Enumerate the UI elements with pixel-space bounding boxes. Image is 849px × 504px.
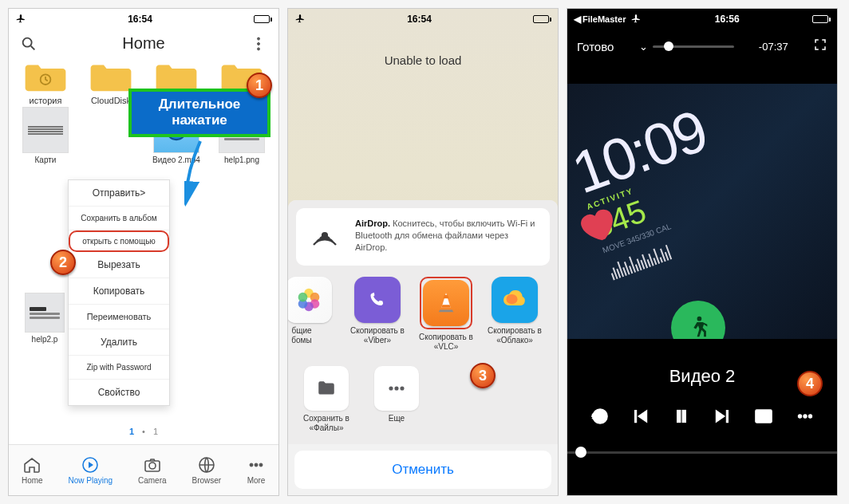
folder-icon	[304, 366, 349, 411]
status-bar: 16:54	[288, 9, 558, 30]
tab-now-playing[interactable]: Now Playing	[69, 455, 113, 485]
menu-delete[interactable]: Удалить	[69, 329, 169, 356]
chevron-down-icon: ⌄	[639, 41, 648, 53]
app-row: бщие бомы Скопировать в «Viber» Скопиров…	[287, 277, 550, 352]
more-actions[interactable]: Еще	[368, 366, 425, 433]
status-time: 16:54	[128, 14, 152, 25]
svg-point-13	[259, 463, 263, 467]
svg-point-20	[298, 293, 308, 302]
svg-point-14	[322, 233, 327, 238]
scrub-chip[interactable]: ⌄	[639, 41, 734, 53]
folder-history[interactable]: история	[14, 59, 77, 105]
status-time: 16:54	[407, 14, 432, 25]
status-bar: 16:54	[9, 9, 278, 30]
svg-point-33	[808, 415, 811, 418]
share-sheet: AirDrop. Коснитесь, чтобы включить Wi-Fi…	[288, 200, 558, 495]
page-indicator: 1•1	[9, 427, 278, 436]
svg-point-30	[760, 412, 763, 415]
svg-point-11	[250, 463, 253, 467]
svg-rect-28	[682, 410, 685, 422]
fullscreen-icon[interactable]	[813, 37, 827, 55]
step-badge-3: 3	[470, 363, 496, 388]
airplane-icon	[630, 13, 642, 26]
tab-home[interactable]: Home	[22, 455, 43, 485]
svg-point-9	[149, 463, 156, 469]
share-photos[interactable]: бщие бомы	[287, 277, 338, 352]
prev-track-icon[interactable]	[630, 406, 650, 430]
battery-icon	[812, 15, 831, 23]
done-button[interactable]: Готово	[577, 40, 614, 53]
back-to-app[interactable]: ◀FileMaster	[574, 14, 626, 25]
picture-icon[interactable]	[753, 406, 774, 430]
status-time: 16:56	[715, 14, 740, 25]
playback-controls	[567, 406, 837, 430]
svg-point-25	[697, 317, 702, 321]
svg-point-12	[255, 463, 258, 467]
tab-bar: Home Now Playing Camera Browser More	[9, 444, 278, 495]
vlc-icon	[423, 280, 469, 326]
file-help2[interactable]: help2.p	[25, 293, 65, 344]
status-bar: ◀FileMaster 16:56	[567, 9, 837, 30]
svg-point-24	[400, 386, 404, 390]
tab-browser[interactable]: Browser	[192, 455, 221, 485]
step-badge-1: 1	[247, 73, 272, 98]
menu-properties[interactable]: Свойство	[69, 380, 169, 405]
tooltip-long-press: Длительное нажатие	[128, 89, 270, 137]
arrow-annotation	[184, 140, 232, 207]
next-track-icon[interactable]	[713, 406, 733, 430]
svg-point-1	[258, 37, 260, 40]
pause-icon[interactable]	[671, 406, 692, 430]
file-item[interactable]: Карти	[14, 107, 77, 164]
battery-icon	[533, 15, 551, 23]
step-badge-4: 4	[797, 371, 823, 396]
unable-to-load-text: Unable to load	[288, 30, 558, 123]
svg-point-32	[804, 415, 807, 418]
viber-icon	[354, 277, 401, 323]
menu-open-with[interactable]: открыть с помощью	[69, 230, 169, 252]
menu-zip[interactable]: Zip with Password	[69, 356, 169, 380]
walk-icon	[671, 301, 725, 339]
menu-rename[interactable]: Переименовать	[69, 305, 169, 329]
svg-point-23	[394, 386, 398, 390]
cloud-icon	[492, 277, 538, 323]
tab-camera[interactable]: Camera	[138, 455, 167, 485]
menu-send[interactable]: Отправить>	[69, 180, 169, 207]
airdrop-icon	[306, 218, 344, 256]
more-icon[interactable]	[250, 35, 267, 53]
more-icon	[374, 366, 419, 411]
share-viber[interactable]: Скопировать в «Viber»	[349, 277, 406, 352]
svg-point-2	[258, 42, 260, 45]
action-row: Сохранить в «Файлы» Еще	[296, 363, 550, 433]
video-frame[interactable]: 10:09 ACTIVITY 345 MOVE 345/330 CAL	[567, 84, 837, 339]
svg-point-3	[258, 47, 260, 49]
svg-point-22	[389, 386, 393, 390]
save-to-files[interactable]: Сохранить в «Файлы»	[298, 366, 355, 433]
menu-copy[interactable]: Копировать	[69, 278, 169, 305]
airdrop-text: AirDrop. Коснитесь, чтобы включить Wi-Fi…	[355, 218, 540, 254]
svg-point-21	[507, 294, 518, 304]
search-icon[interactable]	[20, 35, 38, 53]
step-badge-2: 2	[50, 250, 76, 275]
menu-save-album[interactable]: Сохранить в альбом	[69, 207, 169, 230]
battery-icon	[254, 15, 272, 23]
time-remaining: -07:37	[759, 41, 788, 53]
airplane-icon	[294, 13, 306, 26]
share-cloud[interactable]: Скопировать в «Облако»	[486, 277, 543, 352]
airdrop-card[interactable]: AirDrop. Коснитесь, чтобы включить Wi-Fi…	[296, 208, 550, 266]
svg-point-0	[23, 37, 32, 46]
share-vlc[interactable]: Скопировать в «VLC»	[417, 277, 475, 352]
svg-rect-27	[677, 410, 681, 422]
progress-bar[interactable]	[567, 444, 837, 460]
photos-icon	[287, 277, 332, 323]
more-icon[interactable]	[795, 406, 815, 430]
page-title: Home	[122, 34, 164, 53]
history-icon[interactable]	[589, 406, 610, 430]
cancel-button[interactable]: Отменить	[294, 451, 551, 489]
tab-more[interactable]: More	[247, 455, 266, 485]
svg-point-31	[798, 415, 801, 418]
context-menu: Отправить> Сохранить в альбом открыть с …	[68, 179, 170, 406]
menu-cut[interactable]: Вырезать	[69, 252, 169, 278]
airplane-icon	[15, 13, 26, 26]
